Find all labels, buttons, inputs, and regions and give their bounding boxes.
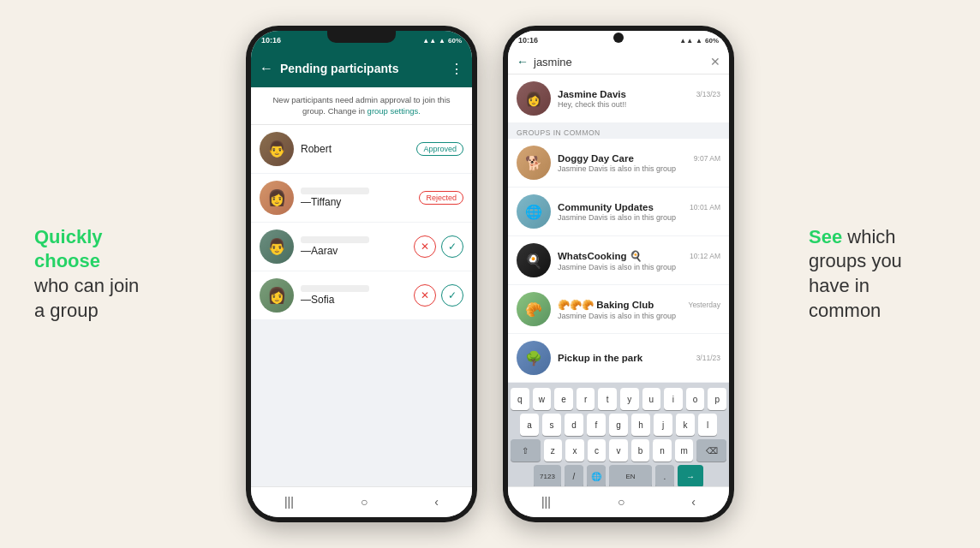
key-numbers[interactable]: 7123 (534, 465, 561, 486)
phone1-time: 10:16 (261, 36, 281, 45)
key-j[interactable]: j (654, 414, 672, 436)
sofia-actions: ✕ ✓ (414, 284, 463, 307)
phone1-back-button[interactable]: ← (260, 61, 273, 76)
phone2-search-bar: ← jasmine ✕ (508, 50, 729, 74)
jasmine-contact-name: Jasmine Davis (558, 89, 626, 99)
pickup-info: Pickup in the park 3/11/23 (558, 353, 720, 363)
key-slash[interactable]: / (565, 465, 583, 486)
key-k[interactable]: k (676, 414, 695, 436)
keyboard-row-1: q w e r t y u i o p (511, 388, 726, 410)
phone1-nav-recent[interactable]: ||| (284, 495, 294, 509)
key-m[interactable]: m (675, 439, 694, 462)
phone2-battery: 60% (705, 37, 719, 45)
key-h[interactable]: h (631, 414, 650, 436)
key-w[interactable]: w (533, 388, 552, 410)
key-q[interactable]: q (511, 388, 529, 410)
aarav-info: —Aarav (301, 235, 407, 257)
notice-link[interactable]: group settings. (368, 106, 421, 116)
key-r[interactable]: r (577, 388, 595, 410)
key-b[interactable]: b (631, 439, 650, 462)
group-community-updates[interactable]: 🌐 Community Updates 10:01 AM Jasmine Dav… (508, 188, 729, 236)
key-l[interactable]: l (698, 414, 717, 436)
avatar-jasmine-davis: 👩 (517, 81, 551, 116)
phone1-notch (327, 31, 396, 43)
phone2-nav-back[interactable]: ‹ (691, 495, 696, 509)
pickup-time: 3/11/23 (696, 354, 720, 362)
cooking-icon: 🍳 (525, 253, 542, 269)
phone1-battery: 60% (448, 37, 462, 45)
key-backspace[interactable]: ⌫ (696, 439, 726, 462)
phones-container: 10:16 ▲▲ ▲ 60% ← Pending participants ⋮ (246, 26, 734, 522)
key-globe-icon[interactable]: 🌐 (587, 465, 606, 486)
key-u[interactable]: u (642, 388, 661, 410)
cooking-preview: Jasmine Davis is also in this group (558, 263, 720, 271)
phone2-clear-button[interactable]: ✕ (710, 55, 720, 68)
phone2-nav-home[interactable]: ○ (618, 495, 624, 509)
group-doggy-day-care[interactable]: 🐕 Doggy Day Care 9:07 AM Jasmine Davis i… (508, 139, 729, 188)
key-i[interactable]: i (664, 388, 683, 410)
key-p[interactable]: p (708, 388, 726, 410)
sofia-reject-button[interactable]: ✕ (414, 284, 436, 307)
group-pickup-park[interactable]: 🌳 Pickup in the park 3/11/23 (508, 334, 729, 383)
key-o[interactable]: o (686, 388, 705, 410)
key-send[interactable]: → (678, 465, 703, 486)
avatar-doggy: 🐕 (517, 146, 551, 180)
key-f[interactable]: f (587, 414, 606, 436)
tiffany-face-icon: 👩 (267, 190, 286, 206)
aarav-approve-button[interactable]: ✓ (441, 235, 463, 258)
key-t[interactable]: t (598, 388, 617, 410)
key-s[interactable]: s (542, 414, 561, 436)
key-shift[interactable]: ⇧ (511, 439, 541, 462)
key-x[interactable]: x (565, 439, 584, 462)
left-caption: Quicklychoose who can joina group (34, 225, 171, 323)
pickup-icon: 🌳 (525, 350, 542, 366)
left-highlight: Quicklychoose (34, 226, 102, 272)
participant-aarav: 👨 —Aarav ✕ ✓ (251, 223, 472, 271)
cooking-info: WhatsCooking 🍳 10:12 AM Jasmine Davis is… (558, 250, 720, 271)
participant-tiffany: 👩 —Tiffany Rejected (251, 174, 472, 223)
avatar-aarav: 👨 (260, 229, 294, 264)
phone2-back-button[interactable]: ← (517, 55, 529, 68)
sofia-approve-button[interactable]: ✓ (441, 284, 463, 307)
community-preview: Jasmine Davis is also in this group (558, 213, 720, 222)
key-n[interactable]: n (653, 439, 672, 462)
key-d[interactable]: d (565, 414, 583, 436)
jasmine-davis-contact[interactable]: 👩 Jasmine Davis 3/13/23 Hey, check this … (508, 74, 729, 123)
phone1-signal-icon: ▲▲ (422, 37, 436, 45)
group-whatscooking[interactable]: 🍳 WhatsCooking 🍳 10:12 AM Jasmine Davis … (508, 236, 729, 285)
aarav-face-icon: 👨 (267, 239, 286, 254)
phone1: 10:16 ▲▲ ▲ 60% ← Pending participants ⋮ (246, 26, 477, 522)
phone2-signal-icon: ▲▲ (679, 37, 693, 45)
community-icon: 🌐 (525, 204, 542, 220)
doggy-icon: 🐕 (525, 155, 542, 171)
aarav-blurred (301, 236, 369, 243)
phone2-wifi-icon: ▲ (696, 37, 702, 45)
avatar-community: 🌐 (517, 194, 551, 229)
key-a[interactable]: a (520, 414, 539, 436)
phone1-nav-back[interactable]: ‹ (434, 495, 439, 509)
key-c[interactable]: c (588, 439, 607, 462)
phone1-title: Pending participants (280, 62, 443, 75)
tiffany-badge: Rejected (419, 191, 463, 205)
sofia-face-icon: 👩 (267, 288, 286, 303)
key-v[interactable]: v (609, 439, 628, 462)
key-y[interactable]: y (620, 388, 639, 410)
key-period[interactable]: . (655, 465, 674, 486)
phone1-content: New participants need admin approval to … (251, 87, 472, 486)
key-z[interactable]: z (544, 439, 563, 462)
group-baking-club[interactable]: 🥐 🥐🥐🥐 Baking Club Yesterday Jasmine Davi… (508, 285, 729, 334)
jasmine-face-icon: 👩 (525, 91, 542, 107)
phone2-bottom-nav: ||| ○ ‹ (508, 486, 729, 517)
pickup-name: Pickup in the park (558, 353, 642, 363)
phone2-nav-recent[interactable]: ||| (541, 495, 551, 509)
key-space[interactable]: EN (609, 465, 652, 486)
phone2-search-input[interactable]: jasmine (534, 56, 705, 68)
avatar-baking: 🥐 (517, 292, 551, 326)
key-g[interactable]: g (609, 414, 628, 436)
phone1-nav-home[interactable]: ○ (361, 495, 368, 509)
sofia-name: —Sofia (301, 294, 407, 306)
phone1-menu-button[interactable]: ⋮ (450, 61, 463, 77)
aarav-reject-button[interactable]: ✕ (414, 235, 436, 258)
baking-info: 🥐🥐🥐 Baking Club Yesterday Jasmine Davis … (558, 299, 720, 320)
key-e[interactable]: e (554, 388, 573, 410)
